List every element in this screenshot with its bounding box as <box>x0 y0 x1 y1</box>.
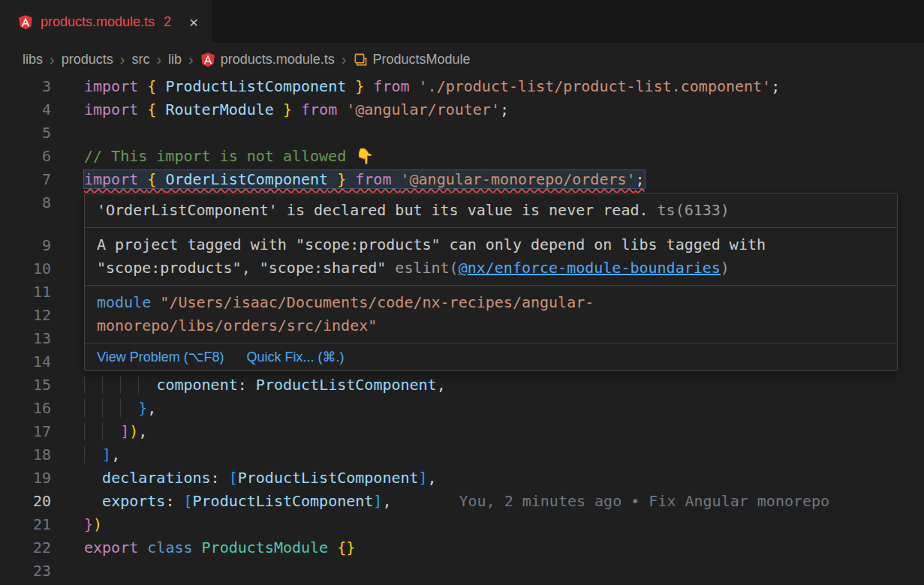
breadcrumb-item-productsmodule[interactable]: ProductsModule <box>354 52 471 68</box>
line-number[interactable]: 12 <box>0 304 51 327</box>
line-number[interactable]: 7 <box>0 168 51 191</box>
breadcrumb-separator: › <box>342 52 347 67</box>
line-number[interactable]: 20 <box>0 490 51 513</box>
code-line-17[interactable]: 17 ]), <box>0 420 924 443</box>
breadcrumb-label: libs <box>23 52 43 68</box>
code-line-22[interactable]: 22export class ProductsModule {} <box>0 536 924 560</box>
code-text: import { OrderListComponent } from '@ang… <box>84 170 645 188</box>
indent-guide <box>138 376 156 394</box>
code-line-18[interactable]: 18 ], <box>0 443 924 466</box>
breadcrumb-separator: › <box>188 52 194 67</box>
indent-guide <box>84 376 102 394</box>
breadcrumb-label: lib <box>168 52 182 68</box>
view-problem-action[interactable]: View Problem (⌥F8) <box>97 349 224 365</box>
breadcrumb-separator: › <box>50 52 55 67</box>
line-number[interactable]: 11 <box>0 280 51 304</box>
line-number[interactable]: 10 <box>0 257 51 280</box>
code-line-20[interactable]: 20 exports: [ProductListComponent],You, … <box>0 490 924 513</box>
code-text: ], <box>84 446 120 464</box>
breadcrumb: libs›products›src›lib›products.module.ts… <box>0 44 924 75</box>
line-number[interactable]: 17 <box>0 420 51 443</box>
line-number[interactable]: 15 <box>0 374 51 397</box>
breadcrumb-item-products[interactable]: products <box>62 52 113 68</box>
breadcrumb-item-libs[interactable]: libs <box>23 52 43 68</box>
code-line-5[interactable]: 5 <box>0 122 924 145</box>
tab-error-count-badge: 2 <box>164 14 171 30</box>
eslint-rule-link[interactable]: @nx/enforce-module-boundaries <box>459 259 721 277</box>
indent-guide <box>102 422 120 440</box>
class-icon <box>354 52 368 67</box>
quick-fix-action[interactable]: Quick Fix... (⌘.) <box>246 349 344 365</box>
code-line-21[interactable]: 21}) <box>0 513 924 536</box>
line-number[interactable]: 19 <box>0 466 51 490</box>
code-text: declarations: [ProductListComponent], <box>84 469 437 487</box>
line-number[interactable]: 13 <box>0 327 51 350</box>
code-text: export class ProductsModule {} <box>84 538 355 556</box>
line-number[interactable]: 5 <box>0 122 51 145</box>
code-text: // This import is not allowed 👇 <box>84 147 374 165</box>
line-number[interactable]: 3 <box>0 75 51 98</box>
breadcrumb-label: ProductsModule <box>373 52 471 68</box>
code-text: exports: [ProductListComponent], <box>84 492 391 510</box>
code-text: ]), <box>84 422 147 440</box>
breadcrumb-separator: › <box>120 52 125 67</box>
line-number[interactable]: 8 <box>0 191 51 214</box>
line-number[interactable]: 21 <box>0 513 51 536</box>
breadcrumb-separator: › <box>156 52 161 67</box>
angular-icon <box>200 52 215 68</box>
tab-bar: products.module.ts 2 × <box>0 0 924 44</box>
hover-section-2: A project tagged with "scope:products" c… <box>85 228 897 286</box>
code-line-19[interactable]: 19 declarations: [ProductListComponent], <box>0 466 924 490</box>
code-text: component: ProductListComponent, <box>84 376 446 394</box>
line-number[interactable]: 14 <box>0 350 51 374</box>
indent-guide <box>102 376 120 394</box>
hover-section-3: module "/Users/isaac/Documents/code/nx-r… <box>85 286 897 344</box>
indent-guide <box>120 376 138 394</box>
code-line-6[interactable]: 6// This import is not allowed 👇 <box>0 145 924 168</box>
close-icon[interactable]: × <box>189 14 198 30</box>
hover-section-1: 'OrderListComponent' is declared but its… <box>85 194 897 228</box>
line-number[interactable]: 4 <box>0 98 51 122</box>
indent-guide <box>84 446 102 464</box>
tab-label: products.module.ts <box>41 14 155 30</box>
code-line-7[interactable]: 7import { OrderListComponent } from '@an… <box>0 168 924 191</box>
code-editor: 3import { ProductListComponent } from '.… <box>0 75 924 583</box>
code-line-23[interactable]: 23 <box>0 560 924 583</box>
breadcrumb-item-lib[interactable]: lib <box>168 52 182 68</box>
tab-products-module[interactable]: products.module.ts 2 × <box>0 0 212 44</box>
hover-popup: 'OrderListComponent' is declared but its… <box>84 193 898 371</box>
breadcrumb-label: src <box>131 52 149 68</box>
code-line-16[interactable]: 16 }, <box>0 397 924 420</box>
breadcrumb-item-src[interactable]: src <box>131 52 149 68</box>
code-text: }) <box>84 515 102 533</box>
git-blame-annotation: You, 2 minutes ago • Fix Angular monorep… <box>459 492 829 510</box>
code-text: import { ProductListComponent } from './… <box>84 77 780 95</box>
code-line-4[interactable]: 4import { RouterModule } from '@angular/… <box>0 98 924 122</box>
line-number[interactable]: 18 <box>0 443 51 466</box>
indent-guide <box>102 399 120 417</box>
indent-guide <box>84 422 102 440</box>
code-line-15[interactable]: 15 component: ProductListComponent, <box>0 374 924 397</box>
line-number[interactable]: 6 <box>0 145 51 168</box>
line-number[interactable]: 16 <box>0 397 51 420</box>
indent-guide <box>84 399 102 417</box>
code-line-3[interactable]: 3import { ProductListComponent } from '.… <box>0 75 924 98</box>
breadcrumb-item-products-module-ts[interactable]: products.module.ts <box>200 52 335 68</box>
line-number[interactable]: 9 <box>0 234 51 257</box>
line-number[interactable]: 23 <box>0 560 51 583</box>
code-text: }, <box>84 399 156 417</box>
breadcrumb-label: products.module.ts <box>221 52 335 68</box>
indent-guide <box>120 399 138 417</box>
code-text: import { RouterModule } from '@angular/r… <box>84 100 509 118</box>
hover-actions: View Problem (⌥F8)Quick Fix... (⌘.) <box>85 344 897 370</box>
line-number[interactable]: 22 <box>0 536 51 560</box>
breadcrumb-label: products <box>62 52 113 68</box>
angular-icon <box>18 14 33 30</box>
